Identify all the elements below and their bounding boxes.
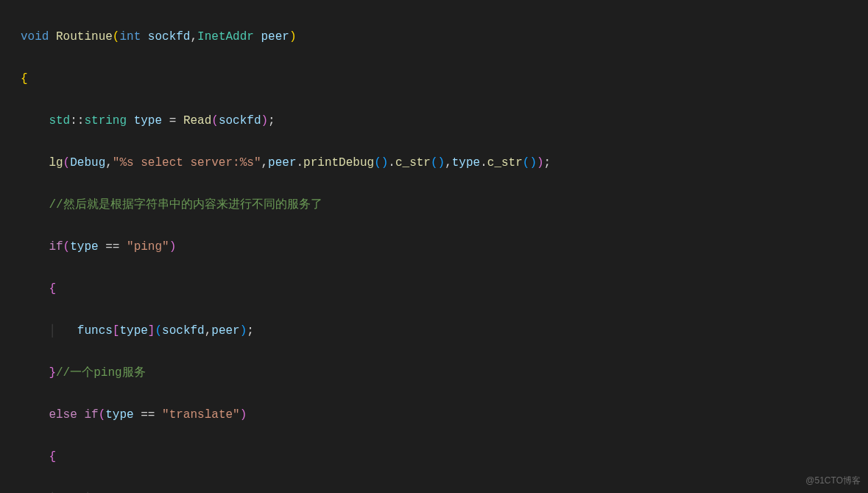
code-line: │ │funcs[type](sockfd,peer); [21,489,868,493]
keyword: if [84,408,98,422]
code-line: std::string type = Read(sockfd); [21,111,868,131]
code-line: { [21,279,868,299]
function-call: Read [183,114,211,127]
argument: peer [211,324,239,338]
variable: funcs [77,324,113,338]
code-line: }//一个ping服务 [21,363,868,383]
method-call: c_str [487,156,523,169]
code-line: else if(type == "translate") [21,405,868,425]
watermark: @51CTO博客 [805,473,861,489]
function-call: lg [49,156,63,169]
method-call: printDebug [303,156,374,169]
comment: //一个ping服务 [56,366,146,380]
code-line: { [21,69,868,89]
parameter: peer [261,30,289,43]
keyword: else [49,408,77,422]
namespace: std [49,114,70,127]
function-name: Routinue [56,30,113,43]
parameter: sockfd [148,30,191,43]
comment: //然后就是根据字符串中的内容来进行不同的服务了 [49,198,322,211]
argument: sockfd [162,324,205,338]
code-line: { [21,447,868,467]
code-line: │ funcs[type](sockfd,peer); [21,321,868,341]
keyword: int [119,30,141,43]
code-line: if(type == "ping") [21,237,868,257]
code-line: //然后就是根据字符串中的内容来进行不同的服务了 [21,195,868,215]
code-block: void Routinue(int sockfd,InetAddr peer) … [0,0,868,493]
operator: == [105,240,119,254]
code-line: lg(Debug,"%s select server:%s",peer.prin… [21,153,868,173]
string-literal: "translate" [162,408,240,422]
argument: type [452,156,480,169]
string-literal: "%s select server:%s" [113,156,261,169]
argument: Debug [70,156,105,169]
argument: sockfd [219,114,261,127]
variable: type [70,240,98,254]
argument: peer [268,156,296,169]
string-literal: "ping" [127,240,169,254]
key: type [119,324,147,338]
operator: == [141,408,155,422]
variable: type [105,408,133,422]
type-name: string [84,114,127,127]
variable: type [134,114,162,127]
code-line: void Routinue(int sockfd,InetAddr peer) [21,27,868,47]
keyword: if [49,240,63,254]
keyword: void [21,30,49,43]
method-call: c_str [395,156,431,169]
type-name: InetAddr [197,30,254,43]
